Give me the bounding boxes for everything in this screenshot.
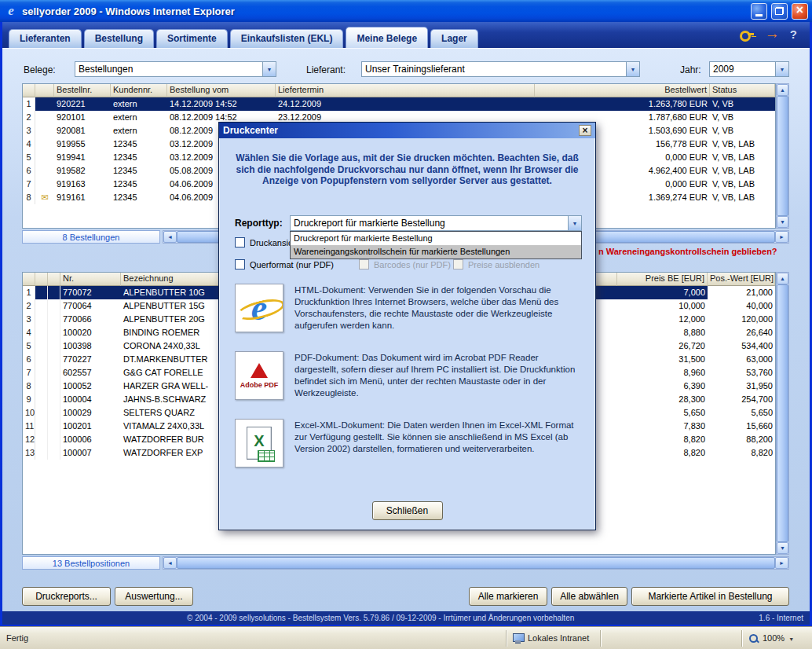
col-icon [35, 84, 54, 97]
reporttyp-select[interactable]: Druckreport für markierte Bestellung [290, 215, 582, 231]
col-bestellnr: Bestellnr. [54, 84, 111, 97]
col-kundennr: Kundennr. [111, 84, 167, 97]
version-text: 1.6 - Internet [759, 614, 810, 622]
col-pos-wert: Pos.-Wert [EUR] [708, 273, 775, 286]
zoom-control[interactable]: 100% [741, 630, 812, 647]
col-rownum [23, 273, 35, 286]
excel-format-block: Excel-XML-Dokument: Die Daten werden Ihn… [235, 419, 583, 468]
mail-icon [35, 97, 54, 111]
mail-icon [35, 164, 54, 178]
positions-footer: 13 Bestellpositionen [22, 556, 789, 570]
alle-markieren-button[interactable]: Alle markieren [469, 587, 547, 606]
scroll-thumb[interactable] [777, 96, 788, 216]
reporttyp-label: Reporttyp: [235, 218, 283, 229]
lieferant-select[interactable]: Unser Trainingslieferant [361, 61, 640, 77]
chevron-down-icon[interactable] [568, 216, 581, 230]
preise-ausblenden-checkbox [453, 259, 463, 270]
alle-abwaehlen-button[interactable]: Alle abwählen [551, 587, 627, 606]
droplist-option[interactable]: Wareneingangskontrollschein für markiert… [291, 245, 581, 258]
schliessen-button[interactable]: Schließen [372, 501, 443, 520]
chevron-down-icon[interactable] [262, 62, 276, 76]
mail-icon [35, 178, 54, 191]
app-footer: © 2004 - 2009 sellysolutions - Bestellsy… [2, 611, 810, 625]
querformat-option[interactable]: Querformat (nur PDF) [235, 259, 334, 270]
forward-arrow-icon[interactable] [765, 28, 780, 42]
belege-label: Belege: [24, 64, 56, 75]
jahr-label: Jahr: [680, 64, 701, 75]
title-bar: sellyorder 2009 - Windows Internet Explo… [0, 0, 812, 22]
scroll-right-icon[interactable] [775, 231, 788, 243]
tab-einkaufslisten[interactable]: Einkaufslisten (EKL) [230, 29, 344, 48]
toolbar-icons [740, 28, 803, 48]
chevron-down-icon[interactable] [626, 62, 639, 76]
scroll-up-icon[interactable] [777, 273, 788, 284]
chevron-down-icon[interactable] [788, 633, 794, 643]
tab-lieferanten[interactable]: Lieferanten [9, 29, 82, 48]
mail-icon: ✉ [35, 191, 54, 204]
adobe-pdf-icon[interactable]: Adobe PDF [235, 351, 283, 400]
magnifier-icon [748, 633, 759, 644]
scroll-down-icon[interactable] [777, 542, 788, 554]
tab-bar: Lieferanten Bestellung Sortimente Einkau… [2, 22, 810, 48]
copyright-text: © 2004 - 2009 sellysolutions - Bestellsy… [2, 614, 759, 622]
scroll-up-icon[interactable] [777, 84, 788, 96]
barcodes-label: Barcodes (nur PDF) [374, 260, 451, 270]
barcodes-checkbox [359, 259, 369, 270]
orders-vertical-scrollbar[interactable] [776, 83, 789, 229]
tab-lager[interactable]: Lager [430, 29, 478, 48]
positions-vertical-scrollbar[interactable] [776, 272, 789, 555]
mail-icon [35, 111, 54, 124]
jahr-select[interactable]: 2009 [709, 61, 789, 77]
querformat-checkbox[interactable] [235, 259, 245, 270]
querformat-label: Querformat (nur PDF) [250, 260, 334, 270]
markierte-artikel-button[interactable]: Markierte Artikel in Bestellung [631, 587, 789, 606]
preise-ausblenden-option: Preise ausblenden [453, 259, 540, 270]
col-rownum [23, 84, 35, 97]
order-row[interactable]: 1 920221 extern 14.12.2009 14:52 24.12.2… [23, 97, 775, 111]
excel-page-shape [247, 427, 272, 460]
col-bestellwert: Bestellwert [535, 84, 710, 97]
reporttyp-droplist: Druckreport für markierte Bestellung War… [290, 231, 582, 259]
belege-select[interactable]: Bestellungen [75, 61, 276, 77]
close-button[interactable] [792, 3, 808, 20]
status-bar: Fertig Lokales Intranet 100% [0, 626, 812, 649]
positions-horizontal-scrollbar[interactable] [163, 556, 789, 570]
restore-button[interactable] [771, 3, 788, 20]
col-status: Status [710, 84, 775, 97]
auswertung-button[interactable]: Auswertung... [115, 587, 193, 606]
minimize-button[interactable] [751, 3, 767, 20]
druckreports-button[interactable]: Druckreports... [22, 587, 111, 606]
scroll-left-icon[interactable] [163, 231, 177, 243]
tab-sortimente[interactable]: Sortimente [156, 29, 228, 48]
zone-panel[interactable]: Lokales Intranet [506, 630, 600, 647]
tab-bestellung[interactable]: Bestellung [84, 29, 154, 48]
help-icon[interactable] [790, 28, 797, 42]
chevron-down-icon[interactable] [775, 62, 788, 76]
positions-count: 13 Bestellpositionen [22, 556, 160, 570]
statusbar-spacer-panel [600, 630, 741, 647]
dialog-intro-text: Wählen Sie die Vorlage aus, mit der Sie … [235, 152, 580, 187]
scroll-thumb[interactable] [177, 557, 775, 569]
tab-meine-belege[interactable]: Meine Belege [346, 27, 428, 48]
droplist-option[interactable]: Druckreport für markierte Bestellung [291, 232, 581, 245]
pdf-format-block: Adobe PDF PDF-Dokument: Das Dokument wir… [235, 351, 583, 400]
window-title: sellyorder 2009 - Windows Internet Explo… [22, 6, 747, 17]
minimize-icon [755, 14, 763, 16]
druckansicht-checkbox[interactable] [235, 237, 245, 248]
scroll-thumb[interactable] [777, 284, 788, 542]
orders-count: 8 Bestellungen [22, 230, 160, 244]
dialog-close-icon[interactable] [579, 125, 591, 136]
html-format-text: HTML-Dokument: Verwenden Sie in der folg… [294, 284, 583, 332]
col-check [35, 273, 48, 286]
excel-icon[interactable] [235, 419, 283, 468]
ie-e-glyph [243, 289, 275, 327]
scroll-down-icon[interactable] [777, 216, 788, 228]
key-icon[interactable] [740, 30, 755, 40]
col-nr: Nr. [60, 273, 121, 286]
scroll-left-icon[interactable] [163, 557, 177, 569]
col-liefertermin: Liefertermin [276, 84, 535, 97]
wareneingangskontrollschein-link[interactable]: n Wareneingangskontrollschein geblieben? [598, 247, 777, 256]
scroll-right-icon[interactable] [775, 557, 788, 569]
col-bestellung-vom: Bestellung vom [167, 84, 276, 97]
internet-explorer-icon[interactable] [235, 284, 283, 332]
